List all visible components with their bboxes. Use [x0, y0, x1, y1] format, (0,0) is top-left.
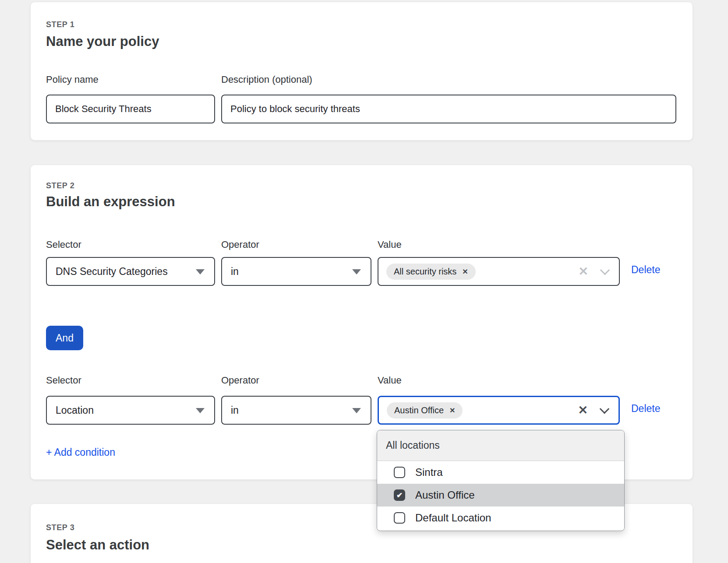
value-dropdown-menu: All locations Sintra ✔ Austin Office Def… — [377, 430, 625, 531]
value-tag: All security risks ✕ — [386, 264, 476, 280]
add-condition-link[interactable]: + Add condition — [46, 447, 115, 458]
step1-card: STEP 1 Name your policy Policy name Desc… — [30, 2, 693, 141]
step1-title: Name your policy — [46, 34, 159, 49]
step3-title: Select an action — [46, 537, 149, 553]
selector-select-value: DNS Security Categories — [56, 266, 168, 278]
operator-select[interactable]: in — [221, 396, 371, 425]
chevron-down-icon[interactable] — [600, 404, 610, 414]
operator-column-label: Operator — [221, 239, 259, 250]
value-multiselect[interactable]: Austin Office ✕ ✕ — [378, 396, 620, 425]
tag-remove-icon[interactable]: ✕ — [462, 267, 468, 276]
description-input[interactable] — [221, 95, 676, 123]
policy-name-label: Policy name — [46, 74, 99, 85]
operator-select-value: in — [231, 405, 239, 416]
clear-values-icon[interactable]: ✕ — [578, 266, 588, 278]
value-tag: Austin Office ✕ — [387, 402, 463, 419]
checkbox-icon[interactable] — [394, 467, 405, 478]
selector-select[interactable]: Location — [46, 396, 215, 425]
value-tag-label: All security risks — [394, 267, 456, 277]
dropdown-option-sintra[interactable]: Sintra — [377, 461, 624, 484]
delete-condition-link[interactable]: Delete — [631, 403, 660, 415]
and-operator-button[interactable]: And — [46, 326, 83, 350]
dropdown-group-header: All locations — [377, 430, 624, 461]
value-multiselect[interactable]: All security risks ✕ ✕ — [378, 257, 620, 286]
operator-column-label: Operator — [221, 375, 259, 386]
dropdown-option-austin-office[interactable]: ✔ Austin Office — [377, 484, 624, 507]
selector-select-value: Location — [56, 405, 94, 416]
dropdown-arrow-icon — [352, 408, 361, 413]
step2-label: STEP 2 — [46, 181, 74, 190]
step3-label: STEP 3 — [46, 523, 74, 532]
step1-label: STEP 1 — [46, 20, 74, 29]
description-label: Description (optional) — [221, 74, 312, 85]
tag-remove-icon[interactable]: ✕ — [449, 406, 455, 415]
dropdown-option-label: Sintra — [415, 466, 443, 479]
policy-name-input[interactable] — [46, 95, 215, 123]
operator-select-value: in — [231, 266, 239, 278]
dropdown-option-label: Default Location — [415, 512, 491, 524]
value-tag-label: Austin Office — [394, 405, 444, 415]
step2-title: Build an expression — [46, 194, 175, 210]
dropdown-option-default-location[interactable]: Default Location — [377, 507, 624, 529]
selector-select[interactable]: DNS Security Categories — [46, 257, 215, 286]
selector-column-label: Selector — [46, 375, 81, 386]
value-column-label: Value — [378, 375, 402, 386]
clear-values-icon[interactable]: ✕ — [578, 405, 588, 416]
checkbox-icon[interactable] — [394, 512, 405, 524]
checkbox-icon[interactable]: ✔ — [394, 489, 405, 501]
operator-select[interactable]: in — [221, 257, 371, 286]
dropdown-arrow-icon — [196, 269, 205, 274]
chevron-down-icon[interactable] — [600, 265, 610, 275]
delete-condition-link[interactable]: Delete — [631, 264, 660, 276]
selector-column-label: Selector — [46, 239, 81, 250]
value-column-label: Value — [378, 239, 402, 250]
dropdown-arrow-icon — [352, 269, 361, 274]
dropdown-option-label: Austin Office — [415, 489, 475, 501]
dropdown-arrow-icon — [196, 408, 205, 413]
